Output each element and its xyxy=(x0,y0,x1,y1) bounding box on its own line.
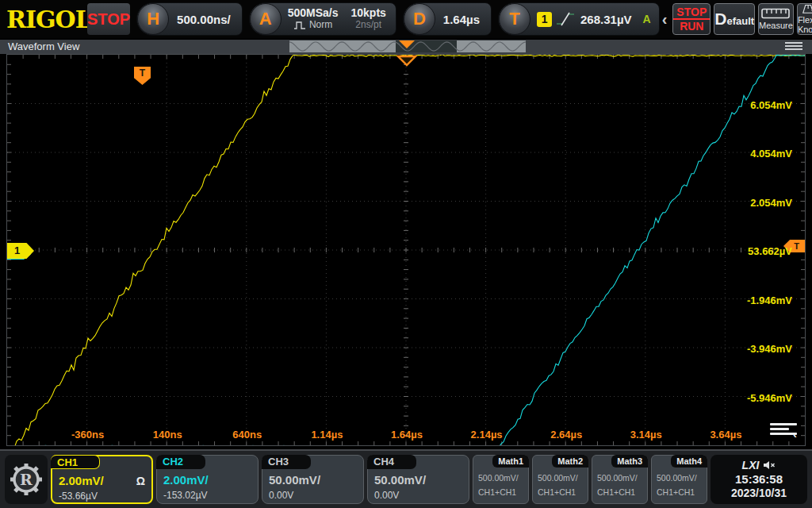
x-axis-label: 140ns xyxy=(153,429,182,441)
gear-logo-icon: R xyxy=(9,460,44,499)
ch1-scale: 2.00mV/ xyxy=(59,474,104,487)
delay-group[interactable]: D 1.64µs xyxy=(403,2,492,36)
header-menu-icon[interactable] xyxy=(785,42,802,52)
channel-box-ch3[interactable]: CH3 50.00mV/ 0.00V xyxy=(262,455,364,504)
run-status-indicator[interactable]: STOP xyxy=(87,3,130,35)
memory-depth: 10kpts xyxy=(350,7,385,19)
x-axis-label: 2.14µs xyxy=(471,429,503,441)
impedance-label: Ω xyxy=(136,475,145,487)
trigger-position-marker[interactable] xyxy=(396,55,417,67)
trigger-coupling: A xyxy=(643,13,659,25)
stop-run-button[interactable]: STOP RUN xyxy=(672,3,710,35)
ch4-tab[interactable]: CH4 xyxy=(367,455,416,469)
math-box-1[interactable]: Math1 500.00mV/ CH1+CH1 xyxy=(473,455,529,504)
math1-tab[interactable]: Math1 xyxy=(492,455,529,468)
math1-expression: CH1+CH1 xyxy=(478,487,516,497)
svg-text:R: R xyxy=(20,471,33,488)
trigger-source-badge: 1 xyxy=(537,12,552,27)
flex-knob-icon xyxy=(798,4,812,13)
ruler-icon xyxy=(761,8,790,19)
horizontal-knob[interactable]: H xyxy=(137,3,169,35)
y-axis-label: 4.054mV xyxy=(750,148,792,160)
math-box-4[interactable]: Math4 500.00mV/ CH1+CH1 xyxy=(651,455,707,504)
trigger-group[interactable]: T 1 268.31µV A xyxy=(498,2,660,36)
horizontal-scale: 500.00ns/ xyxy=(169,13,242,26)
ch4-offset: 0.00V xyxy=(374,490,399,501)
stop-label: STOP xyxy=(673,6,710,20)
default-button[interactable]: Default xyxy=(714,3,755,35)
trigger-knob[interactable]: T xyxy=(499,3,530,35)
horizontal-group[interactable]: H 500.00ns/ xyxy=(136,2,243,36)
x-axis-label: 1.14µs xyxy=(311,429,343,441)
math1-scale: 500.00mV/ xyxy=(478,473,519,483)
channel-box-ch1[interactable]: CH1 2.00mV/ Ω -53.66µV xyxy=(51,455,153,504)
math3-tab[interactable]: Math3 xyxy=(611,455,648,468)
run-label: RUN xyxy=(680,20,703,33)
channel-box-ch4[interactable]: CH4 50.00mV/ 0.00V xyxy=(367,455,469,504)
math4-tab[interactable]: Math4 xyxy=(671,455,707,468)
waveform-navigator[interactable] xyxy=(289,40,526,52)
y-axis-label: -1.946mV xyxy=(747,294,792,306)
y-axis-label: -5.946mV xyxy=(747,391,792,403)
speaker-muted-icon xyxy=(763,460,776,470)
math3-scale: 500.00mV/ xyxy=(597,473,638,483)
measure-label: Measure xyxy=(759,21,793,30)
ch3-scale: 50.00mV/ xyxy=(269,473,320,487)
graticule[interactable]: T 1 T 6.054mV4.054mV2.054mV53.662µV-1.94… xyxy=(6,54,806,446)
y-axis-label: 53.662µV xyxy=(748,245,792,257)
graticule-menu-icon[interactable]: ‹ xyxy=(770,423,797,437)
delay-value: 1.64µs xyxy=(435,13,491,26)
top-toolbar: RIGOL STOP H 500.00ns/ A 500MSa/s Norm 1… xyxy=(0,0,812,38)
ch3-tab[interactable]: CH3 xyxy=(262,455,311,469)
ch1-tab[interactable]: CH1 xyxy=(51,455,100,469)
flex-knob-button[interactable]: Flex Knob xyxy=(797,3,812,35)
waveform-view-header: Waveform View xyxy=(0,40,812,54)
ch1-offset: -53.66µV xyxy=(59,491,98,502)
math4-scale: 500.00mV/ xyxy=(657,473,697,483)
measure-button[interactable]: Measure xyxy=(758,3,794,35)
math-box-2[interactable]: Math2 500.00mV/ CH1+CH1 xyxy=(532,455,588,504)
acquisition-mode: Norm xyxy=(309,19,332,31)
x-axis-label: 640ns xyxy=(232,429,262,441)
x-axis-label: 2.64µs xyxy=(550,429,582,441)
x-axis-label: 3.14µs xyxy=(630,429,662,441)
math2-scale: 500.00mV/ xyxy=(538,473,578,483)
y-axis-label: 6.054mV xyxy=(750,98,792,110)
system-date: 2023/10/31 xyxy=(731,487,787,500)
math3-expression: CH1+CH1 xyxy=(597,487,635,497)
y-axis-label: 2.054mV xyxy=(750,196,792,208)
pulse-icon xyxy=(293,21,306,29)
acquisition-knob[interactable]: A xyxy=(250,3,282,35)
toolbar-scroll-left[interactable]: ‹ xyxy=(660,10,670,29)
view-title: Waveform View xyxy=(8,40,79,52)
math2-tab[interactable]: Math2 xyxy=(552,455,588,468)
flex-knob-label: Flex Knob xyxy=(798,15,812,34)
math2-expression: CH1+CH1 xyxy=(538,487,576,497)
ch4-scale: 50.00mV/ xyxy=(374,473,426,487)
x-axis-label: 3.64µs xyxy=(710,429,741,441)
bottom-status-bar: R CH1 2.00mV/ Ω -53.66µV CH2 2.00mV/ -15… xyxy=(0,449,812,508)
ch2-scale: 2.00mV/ xyxy=(163,473,209,487)
x-axis-label: -360ns xyxy=(71,429,104,441)
acquisition-group[interactable]: A 500MSa/s Norm 10kpts 2ns/pt xyxy=(249,2,396,36)
delay-knob[interactable]: D xyxy=(404,3,435,35)
rising-edge-icon xyxy=(555,11,576,27)
rigol-logo: RIGOL xyxy=(6,6,87,33)
default-label: Default xyxy=(714,10,754,29)
sample-rate: 500MSa/s xyxy=(288,7,339,19)
rigol-gear-button[interactable]: R xyxy=(5,455,48,504)
math4-expression: CH1+CH1 xyxy=(657,487,695,497)
channel-box-ch2[interactable]: CH2 2.00mV/ -153.02µV xyxy=(156,455,259,504)
lxi-label: LXI xyxy=(742,459,760,471)
x-axis-label: 1.64µs xyxy=(391,429,423,441)
time-per-point: 2ns/pt xyxy=(355,19,381,31)
ch3-offset: 0.00V xyxy=(269,490,293,501)
math-box-3[interactable]: Math3 500.00mV/ CH1+CH1 xyxy=(592,455,648,504)
ch2-offset: -153.02µV xyxy=(163,490,208,501)
y-axis-label: -3.946mV xyxy=(747,343,792,355)
ch2-tab[interactable]: CH2 xyxy=(156,455,205,469)
trigger-level: 268.31µV xyxy=(576,13,643,26)
system-status-box[interactable]: LXI 15:36:58 2023/10/31 xyxy=(710,455,807,504)
system-time: 15:36:58 xyxy=(735,471,783,487)
